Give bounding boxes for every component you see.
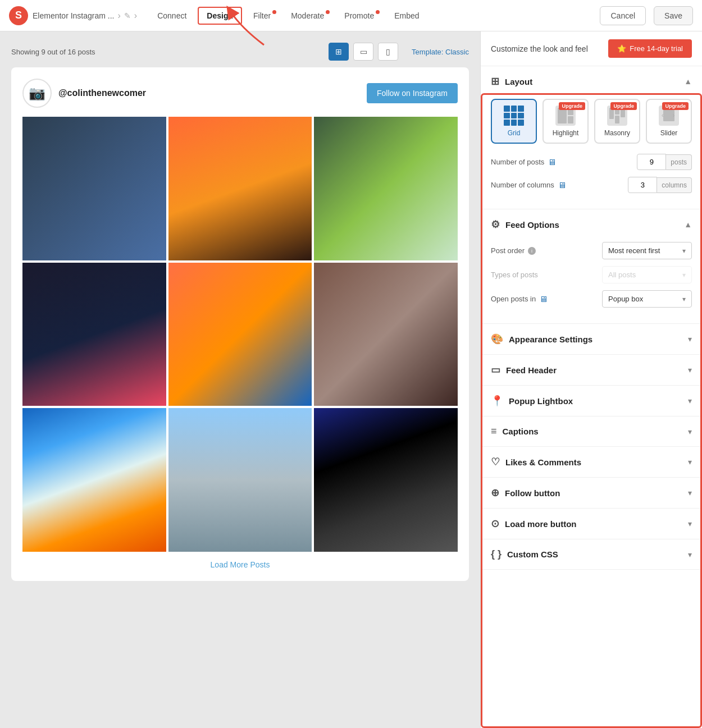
customize-text: Customize the look and feel xyxy=(491,44,588,53)
layout-options: Grid Upgrade Highlight Upgrade xyxy=(491,99,692,144)
num-posts-suffix: posts xyxy=(666,154,692,170)
template-label: Template: Classic xyxy=(412,48,469,56)
load-more-button-header[interactable]: ⊙ Load more button ▾ xyxy=(481,509,702,539)
num-cols-input-group: columns xyxy=(628,177,692,193)
likes-comments-header[interactable]: ♡ Likes & Comments ▾ xyxy=(481,447,702,477)
trial-icon: ⭐ xyxy=(617,44,626,53)
captions-header[interactable]: ≡ Captions ▾ xyxy=(481,416,702,446)
tab-connect[interactable]: Connect xyxy=(148,7,195,25)
cancel-button[interactable]: Cancel xyxy=(600,6,646,25)
num-cols-label: Number of columns xyxy=(491,181,554,189)
masonry-upgrade-badge: Upgrade xyxy=(610,102,637,110)
open-posts-label: Open posts in xyxy=(491,295,536,303)
custom-css-header[interactable]: { } Custom CSS ▾ xyxy=(481,539,702,569)
likes-comments-chevron: ▾ xyxy=(688,457,692,466)
popup-lightbox-header[interactable]: 📍 Popup Lightbox ▾ xyxy=(481,386,702,416)
num-cols-suffix: columns xyxy=(657,177,692,193)
edit-icon[interactable]: ✎ xyxy=(124,11,131,20)
tab-embed[interactable]: Embed xyxy=(385,7,428,25)
photo-cell-8 xyxy=(168,408,312,552)
svg-rect-0 xyxy=(558,108,567,123)
feed-profile: 📷 @colinthenewcomer xyxy=(22,79,146,108)
svg-text:›: › xyxy=(673,112,674,118)
num-cols-input[interactable] xyxy=(628,177,657,193)
likes-comments-title: Likes & Comments xyxy=(505,457,581,467)
profile-name: @colinthenewcomer xyxy=(58,88,146,98)
photo-cell-4 xyxy=(22,263,166,406)
feed-header-row: 📷 @colinthenewcomer Follow on Instagram xyxy=(22,79,458,108)
right-panel: Customize the look and feel ⭐ Free 14-da… xyxy=(480,31,702,728)
load-more-button-icon: ⊙ xyxy=(491,518,499,530)
trial-button[interactable]: ⭐ Free 14-day trial xyxy=(608,39,692,58)
tab-design[interactable]: Design xyxy=(198,7,242,25)
num-posts-input-group: posts xyxy=(637,154,692,170)
layout-slider[interactable]: Upgrade ‹› Slider xyxy=(646,99,692,144)
appearance-chevron: ▾ xyxy=(688,335,692,344)
post-order-chevron: ▾ xyxy=(682,247,686,255)
layout-title: Layout xyxy=(505,77,532,86)
tab-moderate[interactable]: Moderate xyxy=(282,7,333,25)
load-more-button-section: ⊙ Load more button ▾ xyxy=(481,509,702,539)
feed-options-header[interactable]: ⚙ Feed Options ▲ xyxy=(481,209,702,240)
layout-masonry[interactable]: Upgrade Masonry xyxy=(594,99,640,144)
load-more-button-title: Load more button xyxy=(505,519,577,529)
save-button[interactable]: Save xyxy=(654,6,693,25)
captions-title: Captions xyxy=(503,427,539,436)
top-nav: S Elementor Instagram ... › ✎ › Connect … xyxy=(0,0,702,31)
left-header: Showing 9 out of 16 posts ⊞ ▭ ▯ Template… xyxy=(11,43,469,61)
photo-cell-7 xyxy=(22,408,166,552)
types-value: All posts xyxy=(608,271,636,279)
photo-cell-2 xyxy=(168,117,312,260)
feed-options-chevron: ▲ xyxy=(684,220,692,229)
showing-text: Showing 9 out of 16 posts xyxy=(11,48,95,56)
types-dropdown[interactable]: All posts ▾ xyxy=(602,266,692,283)
feed-header-header[interactable]: ▭ Feed Header ▾ xyxy=(481,355,702,385)
layout-highlight[interactable]: Upgrade Highlight xyxy=(543,99,589,144)
open-posts-dropdown[interactable]: Popup box ▾ xyxy=(602,290,692,308)
layout-grid[interactable]: Grid xyxy=(491,99,537,144)
slider-upgrade-badge: Upgrade xyxy=(662,102,689,110)
view-tablet-btn[interactable]: ▭ xyxy=(353,43,373,61)
view-mobile-btn[interactable]: ▯ xyxy=(378,43,398,61)
layout-section-header[interactable]: ⊞ Layout ▲ xyxy=(481,66,702,97)
popup-lightbox-icon: 📍 xyxy=(491,395,503,407)
tab-promote[interactable]: Promote xyxy=(335,7,383,25)
feed-header-chevron: ▾ xyxy=(688,365,692,374)
view-desktop-btn[interactable]: ⊞ xyxy=(329,43,349,61)
follow-on-instagram-button[interactable]: Follow on Instagram xyxy=(367,83,458,103)
slider-label: Slider xyxy=(660,129,678,137)
layout-icon: ⊞ xyxy=(491,75,499,88)
tab-filter[interactable]: Filter xyxy=(244,7,280,25)
custom-css-title: Custom CSS xyxy=(507,550,558,559)
load-more-button-chevron: ▾ xyxy=(688,519,692,528)
appearance-header[interactable]: 🎨 Appearance Settings ▾ xyxy=(481,324,702,354)
post-order-label: Post order xyxy=(491,246,525,255)
feed-header-title: Feed Header xyxy=(506,365,557,375)
post-order-dropdown[interactable]: Most recent first ▾ xyxy=(602,242,692,259)
follow-button-section: ⊕ Follow button ▾ xyxy=(481,478,702,509)
photo-cell-3 xyxy=(314,117,458,260)
load-more-posts-link[interactable]: Load More Posts xyxy=(211,560,270,569)
grid-label: Grid xyxy=(508,129,521,137)
photo-cell-1 xyxy=(22,117,166,260)
feed-options-title: Feed Options xyxy=(505,220,559,230)
feed-options-icon: ⚙ xyxy=(491,218,500,231)
follow-button-title: Follow button xyxy=(505,488,560,498)
post-order-info-icon[interactable]: i xyxy=(528,247,536,255)
feed-header-section: ▭ Feed Header ▾ xyxy=(481,355,702,386)
likes-comments-section: ♡ Likes & Comments ▾ xyxy=(481,447,702,478)
breadcrumb: Elementor Instagram ... › ✎ › xyxy=(33,11,137,21)
photo-cell-5 xyxy=(168,263,312,406)
feed-options-body: Post order i Most recent first ▾ Types o… xyxy=(481,240,702,323)
nav-tabs: Connect Design Filter Moderate Promote E… xyxy=(148,7,428,25)
photo-grid xyxy=(22,117,458,552)
left-panel: Showing 9 out of 16 posts ⊞ ▭ ▯ Template… xyxy=(0,31,480,728)
feed-preview: 📷 @colinthenewcomer Follow on Instagram … xyxy=(11,67,469,581)
feed-options-section: ⚙ Feed Options ▲ Post order i Most recen… xyxy=(481,209,702,324)
template-value: Classic xyxy=(445,48,469,56)
breadcrumb-sep1: › xyxy=(118,11,121,21)
layout-chevron: ▲ xyxy=(684,77,692,86)
follow-button-header[interactable]: ⊕ Follow button ▾ xyxy=(481,478,702,508)
num-posts-input[interactable] xyxy=(637,154,666,170)
right-top-bar: Customize the look and feel ⭐ Free 14-da… xyxy=(481,31,702,66)
